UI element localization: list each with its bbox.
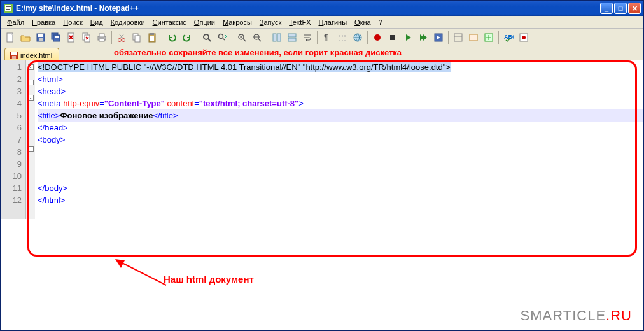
menu-item[interactable]: Запуск [256, 17, 285, 27]
replace-icon[interactable] [215, 31, 229, 45]
invisible-chars-icon[interactable]: ¶ [320, 31, 334, 45]
svg-point-51 [374, 34, 381, 41]
find-icon[interactable] [200, 31, 214, 45]
print-icon[interactable] [95, 31, 109, 45]
watermark-logo: SMARTICLE.RU [521, 307, 632, 324]
svg-point-60 [522, 36, 526, 39]
svg-rect-27 [135, 36, 140, 42]
save-icon[interactable] [34, 31, 48, 45]
menu-item[interactable]: Правка [28, 17, 59, 27]
menu-item[interactable]: Макросы [219, 17, 256, 27]
svg-line-24 [120, 34, 124, 39]
toolbar-last-icon[interactable] [517, 31, 531, 45]
svg-line-40 [258, 39, 261, 41]
fold-column[interactable]: ---- [26, 60, 35, 219]
tab-index-html[interactable]: index.html [4, 48, 59, 60]
code-editor[interactable]: <!DOCTYPE HTML PUBLIC "-//W3C//DTD HTML … [35, 60, 643, 219]
svg-rect-3 [6, 8, 11, 8]
undo-icon[interactable] [165, 31, 179, 45]
svg-point-31 [204, 34, 209, 39]
sync-v-icon[interactable] [270, 31, 284, 45]
sync-h-icon[interactable] [285, 31, 299, 45]
menu-item[interactable]: Окна [351, 17, 375, 27]
play-icon[interactable] [401, 31, 415, 45]
toolbar-btn-c[interactable] [482, 31, 496, 45]
svg-rect-4 [6, 9, 10, 10]
svg-rect-21 [99, 39, 104, 41]
annotation-doc-label: Наш html документ [164, 274, 254, 285]
svg-line-36 [243, 39, 246, 41]
window-title: E:\my site\index.html - Notepad++ [16, 4, 139, 13]
svg-rect-7 [38, 34, 43, 37]
menu-item[interactable]: Плагины [314, 17, 351, 27]
svg-rect-20 [99, 34, 104, 37]
app-icon [3, 3, 13, 13]
svg-line-25 [119, 34, 123, 39]
maximize-button[interactable]: □ [614, 3, 627, 14]
menu-item[interactable]: ? [375, 17, 386, 27]
svg-rect-63 [12, 56, 16, 59]
tab-label: index.html [20, 52, 52, 59]
menu-item[interactable]: Синтаксис [149, 17, 190, 27]
svg-rect-29 [150, 33, 154, 35]
zoom-in-icon[interactable] [235, 31, 249, 45]
lang-icon[interactable] [351, 31, 365, 45]
tab-bar: index.html обязательно сохраняйте все из… [1, 46, 643, 60]
svg-line-34 [223, 38, 225, 40]
close-all-icon[interactable] [80, 31, 94, 45]
svg-point-33 [219, 34, 223, 38]
line-number-gutter[interactable]: 123456789101112 [1, 60, 26, 219]
paste-icon[interactable] [145, 31, 159, 45]
copy-icon[interactable] [130, 31, 144, 45]
open-file-icon[interactable] [18, 31, 32, 45]
minimize-button[interactable]: _ [600, 3, 613, 14]
svg-text:¶: ¶ [324, 33, 328, 42]
close-button[interactable]: ✕ [628, 3, 641, 14]
svg-rect-62 [11, 52, 17, 55]
svg-line-32 [208, 39, 211, 41]
toolbar: ¶ ABC [1, 29, 643, 46]
menu-item[interactable]: Опции [190, 17, 219, 27]
close-doc-icon[interactable] [64, 31, 78, 45]
record-icon[interactable] [370, 31, 384, 45]
svg-rect-52 [390, 35, 395, 40]
svg-rect-45 [288, 38, 296, 41]
toolbar-btn-b[interactable] [466, 31, 480, 45]
svg-rect-8 [39, 38, 43, 41]
zoom-out-icon[interactable] [250, 31, 264, 45]
app-window: E:\my site\index.html - Notepad++ _ □ ✕ … [0, 0, 644, 331]
menu-bar: ФайлПравкаПоискВидКодировкиСинтаксисОпци… [1, 16, 643, 29]
indent-guide-icon[interactable] [335, 31, 349, 45]
new-file-icon[interactable] [3, 31, 17, 45]
redo-icon[interactable] [180, 31, 194, 45]
toolbar-btn-a[interactable] [451, 31, 465, 45]
play-multi-icon[interactable] [416, 31, 430, 45]
menu-item[interactable]: Файл [3, 17, 28, 27]
svg-rect-54 [454, 34, 462, 41]
svg-point-22 [118, 38, 122, 41]
svg-rect-30 [150, 36, 154, 41]
editor-area: 123456789101112 ---- <!DOCTYPE HTML PUBL… [1, 60, 643, 330]
svg-rect-56 [470, 34, 477, 41]
annotation-save-hint: обязательно сохраняйте все изменения, ес… [114, 48, 402, 57]
menu-item[interactable]: Поиск [59, 17, 86, 27]
svg-rect-43 [277, 34, 281, 41]
svg-line-65 [120, 262, 166, 285]
save-all-icon[interactable] [49, 31, 63, 45]
annotation-arrow2-icon [112, 257, 169, 288]
stop-icon[interactable] [386, 31, 400, 45]
title-bar[interactable]: E:\my site\index.html - Notepad++ _ □ ✕ [1, 1, 643, 16]
svg-rect-44 [288, 34, 296, 37]
unsaved-indicator-icon [10, 52, 18, 59]
cut-icon[interactable] [115, 31, 129, 45]
save-macro-icon[interactable] [431, 31, 445, 45]
svg-rect-2 [6, 6, 11, 7]
svg-rect-11 [55, 36, 59, 38]
svg-rect-42 [273, 34, 276, 41]
menu-item[interactable]: Кодировки [107, 17, 149, 27]
spellcheck-icon[interactable]: ABC [501, 31, 515, 45]
svg-point-23 [122, 38, 125, 41]
wrap-icon[interactable] [300, 31, 314, 45]
menu-item[interactable]: Вид [87, 17, 107, 27]
menu-item[interactable]: TextFX [285, 17, 314, 27]
